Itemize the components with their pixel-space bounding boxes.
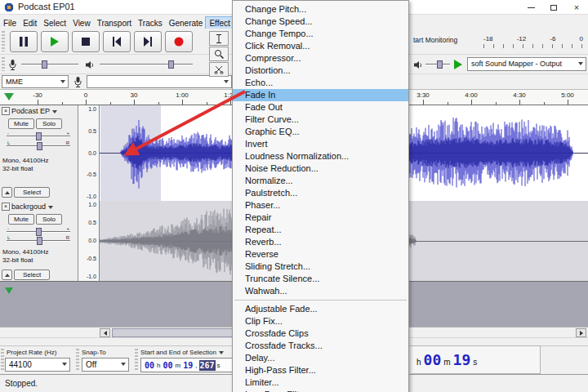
effect-menu-item-invert[interactable]: Invert (233, 138, 408, 150)
effect-menu-item-crossfade-clips[interactable]: Crossfade Clips (233, 327, 408, 340)
solo-button[interactable]: Solo (36, 118, 62, 129)
recording-device-combo[interactable] (87, 75, 232, 88)
selection-time-field[interactable]: 00 h 00 m 19 , 267 s (140, 358, 242, 372)
pause-button[interactable] (10, 31, 38, 52)
effect-menu-item-compressor[interactable]: Compressor... (233, 52, 408, 65)
pan-slider[interactable]: L R (7, 142, 70, 150)
track-close-button[interactable]: × (2, 107, 10, 115)
track-title[interactable]: Podcast EP (11, 107, 57, 115)
play-speed-slider[interactable] (425, 60, 450, 69)
start-monitoring-label[interactable]: tart Monitoring (413, 36, 457, 44)
effect-menu-item-adjustable-fade[interactable]: Adjustable Fade... (233, 303, 408, 315)
gain-slider[interactable]: - + (7, 132, 70, 140)
effect-menu-item-high-pass-filter[interactable]: High-Pass Filter... (233, 364, 408, 376)
timeline-tick (182, 100, 183, 105)
track-title[interactable]: backrgoud (11, 203, 53, 211)
effect-menu-item-truncate-silence[interactable]: Truncate Silence... (233, 273, 408, 285)
sel-hours[interactable]: 00 (144, 360, 155, 371)
sel-seconds[interactable]: 19 (182, 360, 194, 371)
toolbar-grip[interactable] (2, 57, 5, 71)
timeline-label: 0 (84, 91, 87, 99)
effect-menu-item-paulstretch[interactable]: Paulstretch... (233, 187, 408, 199)
edit-cut-button[interactable] (209, 62, 229, 77)
toolbar-grip[interactable] (76, 349, 79, 372)
scroll-left-button[interactable] (100, 328, 110, 337)
recording-level-slider[interactable] (21, 60, 78, 69)
effect-menu-item-repeat[interactable]: Repeat... (233, 224, 408, 236)
snap-to-combo[interactable]: Off (82, 358, 129, 372)
timeline-pin-icon[interactable] (4, 93, 14, 100)
effect-menu-item-change-pitch[interactable]: Change Pitch... (233, 3, 408, 16)
effect-menu-item-fade-out[interactable]: Fade Out (233, 101, 408, 114)
effect-menu-item-reverb[interactable]: Reverb... (233, 236, 408, 248)
skip-to-end-button[interactable] (134, 31, 162, 52)
effect-menu-item-sliding-stretch[interactable]: Sliding Stretch... (233, 261, 408, 273)
collapse-button[interactable] (2, 270, 12, 280)
select-button[interactable]: Select (14, 187, 50, 198)
sel-minutes[interactable]: 00 (163, 360, 174, 371)
select-button[interactable]: Select (14, 270, 50, 280)
effect-menu-item-repair[interactable]: Repair (233, 212, 408, 224)
menubar-item-transport[interactable]: Transport (94, 17, 135, 29)
track-close-button[interactable]: × (2, 203, 10, 211)
menubar-item-tracks[interactable]: Tracks (135, 17, 166, 29)
toolbar-grip[interactable] (1, 349, 4, 372)
effect-menu-item-loudness-normalization[interactable]: Loudness Normalization... (233, 150, 408, 163)
solo-button[interactable]: Solo (36, 214, 62, 225)
menubar-item-generate[interactable]: Generate (166, 17, 207, 29)
effect-menu-item-distortion[interactable]: Distortion... (233, 65, 408, 77)
effect-menu-item-crossfade-tracks[interactable]: Crossfade Tracks... (233, 340, 408, 352)
record-button[interactable] (165, 31, 193, 52)
pos-seconds-unit: s (473, 358, 477, 367)
toolbar-grip[interactable] (135, 349, 138, 372)
menubar-item-file[interactable]: File (0, 17, 20, 29)
host-combo[interactable]: MME (2, 75, 69, 88)
sel-milliseconds[interactable]: 267 (199, 360, 216, 371)
effect-menu-item-change-tempo[interactable]: Change Tempo... (233, 28, 408, 40)
effect-menu-item-fade-in[interactable]: Fade In (233, 89, 408, 101)
collapse-button[interactable] (2, 187, 12, 198)
menubar-item-select[interactable]: Select (40, 17, 69, 29)
selection-mode-dropdown[interactable]: Start and End of Selection (140, 349, 224, 356)
menubar-item-edit[interactable]: Edit (20, 17, 40, 29)
effect-menu-item-graphic-eq[interactable]: Graphic EQ... (233, 126, 408, 138)
playback-level-slider[interactable] (100, 60, 193, 69)
stop-button[interactable] (72, 31, 100, 52)
mute-button[interactable]: Mute (8, 118, 34, 129)
effect-menu-item-noise-reduction[interactable]: Noise Reduction... (233, 163, 408, 175)
gain-slider[interactable]: - + (7, 228, 70, 236)
play-at-speed-button[interactable] (454, 60, 462, 69)
selection-tool-button[interactable] (209, 31, 229, 46)
pan-slider[interactable]: L R (7, 237, 70, 245)
effect-menu-item-filter-curve[interactable]: Filter Curve... (233, 114, 408, 126)
effect-menu-item-echo[interactable]: Echo... (233, 77, 408, 89)
minimize-button[interactable] (519, 0, 542, 15)
effect-menu-item-reverse[interactable]: Reverse (233, 248, 408, 261)
scale-label: 0.0 (88, 150, 96, 157)
effect-menu-item-click-removal[interactable]: Click Removal... (233, 40, 408, 52)
play-button[interactable] (41, 31, 69, 52)
toolbar-grip[interactable] (2, 31, 5, 51)
effect-menu-item-limiter[interactable]: Limiter... (233, 376, 408, 389)
effect-menu-item-delay[interactable]: Delay... (233, 352, 408, 364)
effect-menu-item-change-speed[interactable]: Change Speed... (233, 16, 408, 28)
meter-tick-label: -18 (483, 35, 493, 42)
effect-menu-item-clip-fix[interactable]: Clip Fix... (233, 315, 408, 327)
menubar-item-effect[interactable]: Effect (206, 17, 233, 29)
project-rate-combo[interactable]: 44100 (5, 358, 70, 372)
scale-label: 1.0 (88, 202, 96, 208)
effect-menu-item-phaser[interactable]: Phaser... (233, 199, 408, 212)
mute-button[interactable]: Mute (8, 214, 34, 225)
effect-menu-item-normalize[interactable]: Normalize... (233, 175, 408, 187)
effect-menu-item-low-pass-filter[interactable]: Low-Pass Filter... (233, 389, 408, 392)
magnifier-icon (214, 49, 225, 60)
audio-position-display[interactable]: h 00 m 19 s (412, 345, 541, 374)
close-button[interactable]: × (565, 0, 588, 15)
output-device-combo[interactable]: soft Sound Mapper - Output (467, 57, 586, 71)
scroll-right-button[interactable] (576, 328, 586, 337)
maximize-button[interactable] (542, 0, 565, 15)
menubar-item-view[interactable]: View (69, 17, 94, 29)
skip-to-start-button[interactable] (103, 31, 131, 52)
zoom-tool-button[interactable] (209, 47, 229, 61)
effect-menu-item-wahwah[interactable]: Wahwah... (233, 285, 408, 297)
